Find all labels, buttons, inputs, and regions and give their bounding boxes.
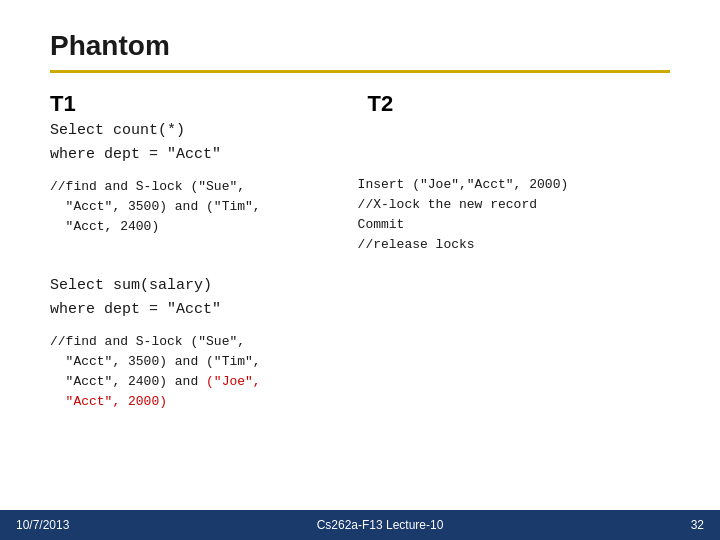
slide: Phantom T1 Select count(*) where dept = …: [0, 0, 720, 540]
t2-commit: Commit: [358, 215, 670, 235]
page-title: Phantom: [50, 30, 670, 62]
t1-query-large: Select count(*) where dept = "Acct": [50, 119, 348, 167]
t1-label: T1: [50, 91, 348, 117]
t1-query2-large: Select sum(salary) where dept = "Acct": [50, 274, 670, 322]
t1-comment1: //find and S-lock ("Sue", "Acct", 3500) …: [50, 177, 348, 237]
top-row: T1 Select count(*) where dept = "Acct" /…: [50, 91, 670, 256]
t2-release-comment: //release locks: [358, 235, 670, 255]
footer-left: 10/7/2013: [16, 518, 69, 532]
bottom-bar: 10/7/2013 Cs262a-F13 Lecture-10 32: [0, 510, 720, 540]
t1-section: T1 Select count(*) where dept = "Acct" /…: [50, 91, 348, 237]
title-underline: [50, 70, 670, 73]
t1-comment2: //find and S-lock ("Sue", "Acct", 3500) …: [50, 332, 670, 413]
t2-xlock-comment: //X-lock the new record: [358, 195, 670, 215]
second-section: Select sum(salary) where dept = "Acct" /…: [50, 274, 670, 413]
footer-right: 32: [691, 518, 704, 532]
footer-center: Cs262a-F13 Lecture-10: [317, 518, 444, 532]
t2-label: T2: [368, 91, 670, 117]
t1-red-text: ("Joe", "Acct", 2000): [50, 374, 261, 409]
t2-section: T2 Insert ("Joe","Acct", 2000) //X-lock …: [348, 91, 670, 256]
t2-insert: Insert ("Joe","Acct", 2000): [358, 175, 670, 195]
